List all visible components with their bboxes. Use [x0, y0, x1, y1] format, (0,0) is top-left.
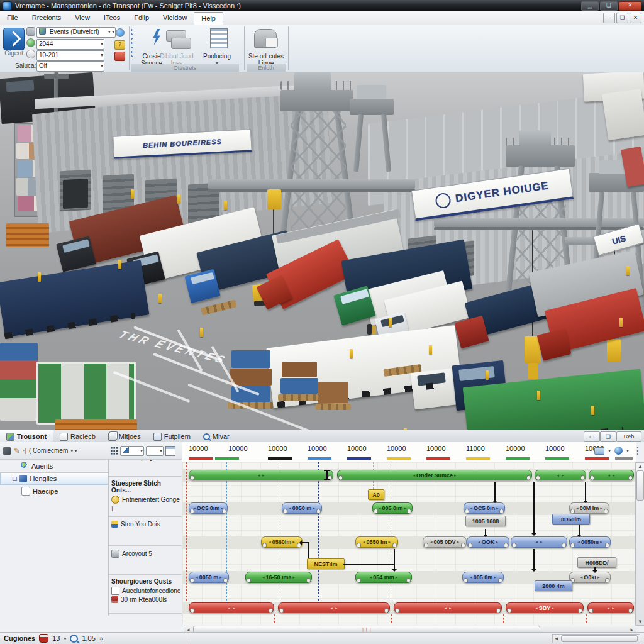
gantt-bar[interactable]: ◂▸ [535, 470, 586, 480]
gantt-chart[interactable]: ◂▸◂Ondet Sumce▸◂▸◂▸◂OC5 0im▸◂0050 m▸◂005… [182, 462, 636, 625]
gantt-bar[interactable]: ◂▸ [511, 536, 567, 548]
gantt-bar[interactable]: ◂005 0m▸ [462, 572, 504, 583]
menu-item-iteos[interactable]: ITeos [97, 12, 127, 25]
monitor-caret[interactable]: ▾ [608, 448, 611, 453]
tree-filter-caret[interactable]: ▾ ▾ [70, 448, 77, 453]
row-label[interactable]: Arcoyout 5 [111, 550, 180, 558]
row-group-2: Ston You Dois [109, 517, 182, 546]
gantt-bar[interactable]: ◂00M Im▸ [569, 502, 609, 514]
counter-caret[interactable]: ▾ [64, 636, 66, 641]
gantt-bar[interactable]: ◂▸ [189, 602, 274, 613]
gantt-bar[interactable]: ◂SBY▸ [506, 602, 584, 613]
gray-oval-icon[interactable] [26, 50, 35, 58]
menu-item-rrecionts[interactable]: Rrecionts [25, 12, 68, 25]
year-combo[interactable]: 2044▾ [36, 39, 104, 50]
minimize-button[interactable]: ▁ [581, 1, 599, 11]
zoom-icon [70, 635, 78, 643]
gantt-bar[interactable]: ◂0050 m▸ [282, 502, 322, 514]
refresh-icon[interactable] [116, 28, 125, 37]
gantt-tag[interactable]: A0 [368, 489, 384, 500]
row-label[interactable]: Auecluntofoncedionc [111, 587, 180, 595]
gantt-tag[interactable]: 0D50lm [552, 514, 590, 525]
globe-icon[interactable] [614, 447, 623, 455]
child-restore-button[interactable]: ❏ [616, 13, 628, 23]
panel-restore-button[interactable]: ❏ [600, 431, 616, 442]
pencil-icon[interactable]: ✎ [14, 447, 20, 455]
tab-futpliem[interactable]: Futpliem [147, 430, 197, 443]
crane-hook [528, 363, 538, 379]
panel-minimize-button[interactable]: ▭ [584, 431, 600, 442]
row-label[interactable]: 30 rm Rtea000ls [111, 596, 180, 603]
tab-mivar[interactable]: Mivar [197, 430, 236, 443]
gantt-bar[interactable]: ◂▸ [394, 602, 502, 613]
row-label[interactable]: Ston You Dois [111, 521, 180, 528]
saluca-combo[interactable]: Olf▾ [36, 61, 104, 72]
scroll-down-arrow[interactable]: ▼ [638, 619, 643, 625]
menu-item-help[interactable]: Help [194, 12, 223, 25]
events-dropdown[interactable]: Events (Dutvelcrl)▾ ▾ [36, 27, 116, 38]
status-h-thumb[interactable] [561, 635, 638, 642]
green-bar-marker[interactable] [326, 470, 328, 480]
gantt-tag[interactable]: 2000 4m [535, 580, 572, 591]
gantt-bar[interactable]: ◂Ondet Sumce▸ [337, 470, 532, 480]
gantt-bar[interactable]: ◂O0ki▸ [569, 572, 611, 583]
stamp-icon[interactable] [26, 27, 35, 36]
tree-item-auents[interactable]: Auents [0, 460, 108, 472]
tab-mitjoes[interactable]: Mitjoes [102, 430, 147, 443]
tree-item-hengiles[interactable]: ⊟Hengiles [0, 472, 108, 485]
green-orb-icon[interactable] [26, 38, 35, 47]
stamp-tool-icon[interactable] [3, 447, 11, 455]
gantt-bar[interactable]: ◂▸ [278, 602, 390, 613]
timeline-scale[interactable]: 1000010000100001000010000100001000011000… [182, 442, 636, 463]
status-h-scrollbar[interactable]: ◄ [552, 634, 640, 643]
globe-caret[interactable]: ▾ [626, 448, 629, 453]
child-close-button[interactable]: ✕ [630, 13, 641, 23]
status-scroll-left[interactable]: ◄ [554, 636, 559, 641]
monitor-icon[interactable] [594, 447, 604, 455]
row-label[interactable]: Fntnenientert Gonge [111, 496, 180, 504]
close-button[interactable]: ✕ [619, 1, 641, 11]
reb-button[interactable]: Reb [616, 431, 641, 442]
range-combo[interactable]: 10-201▾ [36, 50, 104, 61]
menu-item-view[interactable]: View [68, 12, 97, 25]
tree-filter-dropdown[interactable]: ( Comiecmem [29, 447, 68, 454]
gantt-bar[interactable]: ◂OOK▸ [467, 536, 509, 548]
gantt-tag[interactable]: NESTilm [307, 558, 345, 569]
gantt-v-scrollbar[interactable]: ▲ ▼ [635, 462, 644, 626]
gantt-bar[interactable]: ◂0550 Im▸ [355, 536, 398, 548]
row-label[interactable]: Ⅰ [111, 505, 180, 512]
menu-item-file[interactable]: File [0, 12, 25, 25]
run-button[interactable] [3, 28, 25, 50]
gantt-bar[interactable]: ◂16-50 ima▸ [245, 572, 312, 583]
gantt-bar[interactable]: ◂OC5 0in▸ [464, 502, 505, 514]
gantt-bar[interactable]: ◂0050 m▸ [189, 572, 229, 583]
tab-trousont[interactable]: Trousont [0, 430, 53, 443]
series-combo[interactable]: ▾ [120, 446, 144, 456]
gantt-v-thumb[interactable] [636, 470, 644, 501]
gantt-bar[interactable]: ◂OC5 0im▸ [189, 502, 228, 514]
menu-item-fdlip[interactable]: Fdlip [127, 12, 156, 25]
gantt-bar[interactable]: ◂▸ [589, 470, 634, 480]
stop-button[interactable] [114, 52, 125, 61]
help-token-button[interactable]: ? [114, 40, 125, 50]
scale-combo[interactable]: ▾ [146, 446, 164, 456]
grid-view-icon[interactable] [110, 447, 118, 455]
status-overflow-chevron[interactable]: » [99, 635, 103, 642]
restore-button[interactable]: ❏ [600, 1, 618, 11]
scroll-up-arrow[interactable]: ▲ [638, 464, 643, 469]
child-minimize-button[interactable]: – [603, 13, 615, 23]
tree-item-haecipe[interactable]: Haecipe [0, 485, 108, 497]
more-options-icon[interactable]: ⋮ [633, 445, 643, 457]
pole-arm [44, 74, 69, 79]
gantt-bar[interactable]: ◂▸ [587, 602, 634, 613]
gantt-bar[interactable]: ◂0050m▸ [569, 536, 611, 548]
gantt-tag[interactable]: H005DD/ [577, 557, 616, 568]
gantt-bar[interactable]: ◂005 0DV▸ [423, 536, 467, 548]
calculator-icon[interactable] [165, 446, 175, 456]
gantt-bar[interactable]: ◂054 mm▸ [355, 572, 412, 583]
gantt-bar[interactable]: ◂▸ [189, 470, 333, 480]
gantt-tag[interactable]: 1005 1608 [465, 516, 506, 526]
gantt-bar[interactable]: ◂005 0im▸ [372, 502, 413, 514]
tab-raciecb[interactable]: Raciecb [53, 430, 102, 443]
menu-item-vieldow[interactable]: Vieldow [156, 12, 194, 25]
